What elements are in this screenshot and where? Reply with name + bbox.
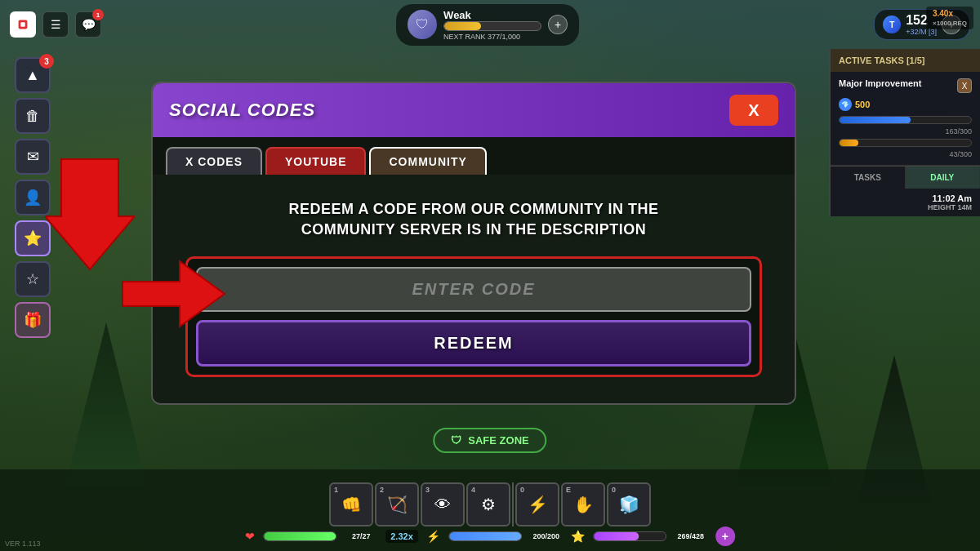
tab-youtube[interactable]: YOUTUBE <box>265 147 366 175</box>
hotbar-slot-0[interactable]: 0 ⚡ <box>515 482 559 527</box>
task-progress-text-1: 163/300 <box>839 127 972 136</box>
rank-icon: 🛡 <box>408 10 437 39</box>
health-text: 27/27 <box>345 532 377 540</box>
code-input-section: REDEEM <box>185 256 762 377</box>
modal-close-button[interactable]: X <box>729 95 778 126</box>
hotbar-slot-e[interactable]: E ✋ <box>561 482 605 527</box>
right-panel: ACTIVE TASKS [1/5] Major Improvement X 💎… <box>829 49 980 216</box>
menu-button[interactable]: ☰ <box>42 11 69 38</box>
task-close-button[interactable]: X <box>957 78 972 93</box>
tab-xcodes[interactable]: X CODES <box>166 147 262 175</box>
rank-progress-bar <box>443 21 541 31</box>
gift-icon: 🎁 <box>24 311 42 329</box>
version-text: VER 1.113 <box>5 540 41 548</box>
xp-bar-track <box>593 531 666 541</box>
reward-amount: 500 <box>855 100 870 109</box>
slot-0-icon: ⚡ <box>528 495 548 514</box>
task-progress-bar-2 <box>839 139 972 147</box>
safe-zone-label: SAFE ZONE <box>468 434 528 447</box>
currency-amount: 152 <box>906 13 928 28</box>
health-bar-fill <box>264 532 336 540</box>
slot-extra-icon: 🧊 <box>619 495 639 514</box>
bottom-hud: 1 👊 2 🏹 3 👁 4 ⚙ 0 ⚡ E ✋ 0 🧊 ❤ <box>0 461 980 551</box>
panel-tabs: TASKS DAILY <box>831 166 980 189</box>
health-bar-track <box>263 531 336 541</box>
hud-left: ☰ 💬 1 <box>10 11 101 38</box>
rank-progress-fill <box>444 22 480 30</box>
code-input[interactable] <box>196 267 751 312</box>
plus-button[interactable]: + <box>715 527 735 546</box>
xp-text: 269/428 <box>675 532 707 540</box>
task-progress-bar-1 <box>839 116 972 124</box>
roblox-button[interactable] <box>10 11 36 38</box>
task-progress-fill-2 <box>840 140 858 146</box>
xp-bar-fill <box>594 532 639 540</box>
slot-2-icon: 🏹 <box>387 495 408 514</box>
time-display: 11:02 Am HEIGHT 14M <box>831 189 980 216</box>
rank-label: Weak <box>443 9 471 21</box>
star-active-icon: ⭐ <box>24 229 42 247</box>
safe-zone-indicator: 🛡 SAFE ZONE <box>433 428 546 453</box>
trash-icon: 🗑 <box>25 108 40 125</box>
sidebar-btn-trash[interactable]: 🗑 <box>15 98 51 134</box>
multiplier-display: 2.32x <box>385 530 418 543</box>
slot-1-icon: 👊 <box>341 495 362 514</box>
modal-title: SOCIAL CODES <box>169 100 315 121</box>
energy-icon: ⚡ <box>426 530 440 543</box>
energy-text: 200/200 <box>530 532 563 540</box>
task-progress-fill-1 <box>840 117 911 123</box>
energy-bar-track <box>448 531 522 541</box>
hotbar-slot-extra[interactable]: 0 🧊 <box>607 482 651 527</box>
energy-bar-fill <box>449 532 521 540</box>
mail-icon: ✉ <box>27 148 39 166</box>
hotbar-slot-4[interactable]: 4 ⚙ <box>466 482 510 527</box>
tab-community[interactable]: COMMUNITY <box>369 147 486 175</box>
person-icon: 👤 <box>24 189 42 207</box>
panel-tab-daily[interactable]: DAILY <box>906 167 981 189</box>
rank-plus-button[interactable]: + <box>548 15 568 34</box>
slot-3-icon: 👁 <box>434 495 451 514</box>
task-progress-text-2: 43/300 <box>839 150 972 158</box>
modal-body: REDEEM A CODE FROM OUR COMMUNITY IN THE … <box>153 175 795 403</box>
star-icon: ☆ <box>26 270 39 288</box>
sidebar-btn-gift[interactable]: 🎁 <box>15 302 51 338</box>
rank-info: Weak NEXT RANK 377/1,000 <box>443 9 541 41</box>
tasks-header: ACTIVE TASKS [1/5] <box>831 49 980 72</box>
hotbar: 1 👊 2 🏹 3 👁 4 ⚙ 0 ⚡ E ✋ 0 🧊 <box>329 482 651 527</box>
notification-badge: 3 <box>39 54 54 69</box>
redeem-button[interactable]: REDEEM <box>196 320 751 367</box>
status-bars: ❤ 27/27 2.32x ⚡ 200/200 ⭐ 269/428 + <box>245 527 735 546</box>
sidebar-btn-notifications[interactable]: ▲ 3 <box>15 57 51 93</box>
modal-header: SOCIAL CODES X <box>153 83 795 137</box>
currency-icon: T <box>883 16 901 33</box>
notification-icon: ▲ <box>25 67 40 84</box>
panel-tab-tasks[interactable]: TASKS <box>831 167 906 189</box>
modal-description: REDEEM A CODE FROM OUR COMMUNITY IN THE … <box>289 199 659 240</box>
xp-icon: ⭐ <box>571 530 585 543</box>
chat-button[interactable]: 💬 1 <box>75 11 101 38</box>
rank-display: 🛡 Weak NEXT RANK 377/1,000 + <box>396 4 579 46</box>
arrow-right-indicator <box>114 253 229 335</box>
task-reward: 💎 500 <box>839 98 972 111</box>
hotbar-divider <box>512 482 514 527</box>
hotbar-slot-3[interactable]: 3 👁 <box>421 482 465 527</box>
task-title: Major Improvement <box>839 78 921 88</box>
slot-4-icon: ⚙ <box>481 495 496 514</box>
shield-icon: 🛡 <box>451 434 461 447</box>
svg-rect-1 <box>20 22 24 26</box>
social-codes-modal: SOCIAL CODES X X CODES YOUTUBE COMMUNITY… <box>151 82 796 405</box>
rank-next-text: NEXT RANK 377/1,000 <box>443 33 520 41</box>
hotbar-slot-2[interactable]: 2 🏹 <box>375 482 419 527</box>
task-item: Major Improvement X 💎 500 163/300 43/300 <box>831 72 980 166</box>
svg-marker-3 <box>122 261 225 327</box>
modal-tabs: X CODES YOUTUBE COMMUNITY <box>153 137 795 175</box>
health-icon: ❤ <box>245 530 255 543</box>
hotbar-slot-1[interactable]: 1 👊 <box>329 482 373 527</box>
slot-e-icon: ✋ <box>573 495 594 514</box>
top-hud: ☰ 💬 1 🛡 Weak NEXT RANK 377/1,000 + T 152… <box>0 0 980 49</box>
reward-icon: 💎 <box>839 98 852 111</box>
multiplier-badge: 3.40x ×1000 REQ <box>926 7 973 29</box>
